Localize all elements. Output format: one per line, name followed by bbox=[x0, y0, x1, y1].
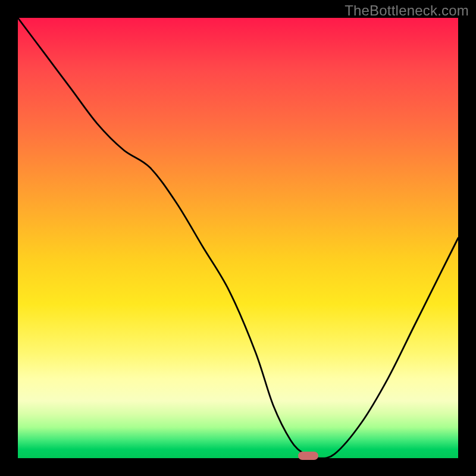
plot-area bbox=[18, 18, 458, 458]
curve-layer bbox=[18, 18, 458, 458]
watermark-text: TheBottleneck.com bbox=[345, 2, 469, 19]
optimal-marker bbox=[298, 452, 318, 460]
chart-frame: TheBottleneck.com bbox=[0, 0, 476, 476]
bottleneck-curve bbox=[18, 18, 458, 458]
